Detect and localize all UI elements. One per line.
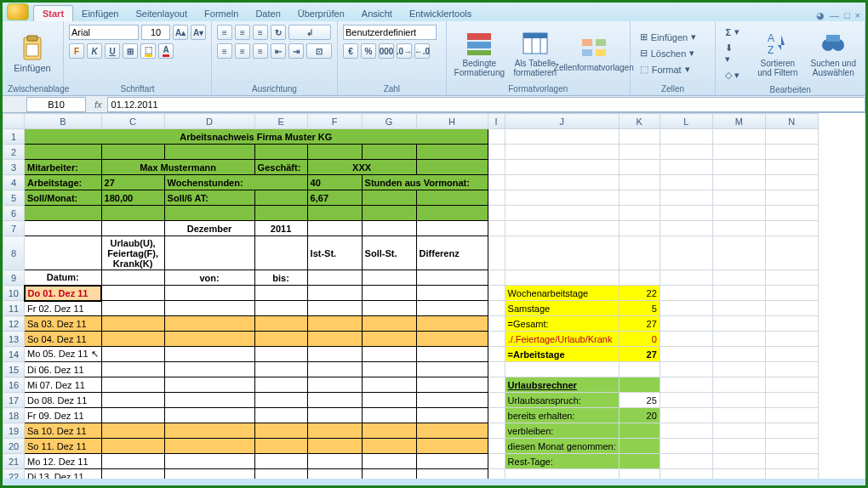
tab-seitenlayout[interactable]: Seitenlayout (128, 6, 197, 21)
col-header-M[interactable]: M (712, 114, 765, 129)
col-header-L[interactable]: L (660, 114, 712, 129)
close-icon[interactable]: × (855, 10, 860, 21)
svg-rect-4 (467, 42, 491, 48)
inc-decimal-icon[interactable]: .0→ (397, 43, 412, 59)
col-header-J[interactable]: J (505, 114, 619, 129)
tab-ansicht[interactable]: Ansicht (353, 6, 401, 21)
indent-dec-icon[interactable]: ⇤ (271, 43, 286, 59)
percent-icon[interactable]: % (361, 43, 376, 59)
bold-button[interactable]: F (69, 43, 84, 59)
side-val-4: 27 (619, 347, 660, 362)
tab-start[interactable]: Start (33, 5, 73, 21)
paste-button[interactable]: Einfügen (8, 26, 57, 82)
side-label-1: Samstage (505, 301, 619, 316)
fill-button[interactable]: ⬇ ▾ (721, 41, 745, 66)
align-middle-icon[interactable]: ≡ (235, 25, 250, 40)
cond-format-icon (465, 30, 493, 57)
clipboard-icon (19, 34, 46, 61)
side-val-10 (619, 439, 660, 454)
shrink-font-icon[interactable]: A▾ (191, 25, 206, 40)
format-cells-button[interactable]: ⬚Format ▾ (636, 62, 700, 77)
svg-rect-2 (26, 44, 38, 56)
group-clipboard: Zwischenablage (8, 82, 58, 94)
svg-rect-5 (467, 50, 491, 55)
side-label-8: bereits erhalten: (505, 408, 619, 423)
svg-rect-13 (596, 49, 606, 56)
format-as-table-button[interactable]: Als Tabelle formatieren (511, 26, 560, 82)
tab-formeln[interactable]: Formeln (196, 6, 247, 21)
cellstyles-label: Zellenformatvorlagen (554, 63, 634, 72)
currency-icon[interactable]: € (343, 43, 358, 59)
formula-input[interactable] (107, 97, 865, 112)
tab-entwicklertools[interactable]: Entwicklertools (401, 6, 480, 21)
orientation-icon[interactable]: ↻ (271, 25, 286, 40)
italic-button[interactable]: K (87, 43, 102, 59)
font-name-input[interactable] (69, 25, 139, 40)
align-left-icon[interactable]: ≡ (217, 43, 232, 59)
font-size-input[interactable] (141, 25, 170, 40)
astable-label: Als Tabelle formatieren (511, 59, 559, 77)
col-header-D[interactable]: D (164, 114, 254, 129)
align-bottom-icon[interactable]: ≡ (253, 25, 268, 40)
col-header-I[interactable]: I (488, 114, 505, 129)
formula-bar: fx (3, 96, 865, 113)
fill-color-button[interactable]: ⬚ (140, 43, 156, 59)
col-header-E[interactable]: E (254, 114, 307, 129)
group-cells: Zellen (636, 82, 711, 94)
cell-styles-button[interactable]: Zellenformatvorlagen (563, 26, 625, 82)
svg-rect-18 (826, 35, 840, 42)
conditional-formatting-button[interactable]: Bedingte Formatierung (452, 26, 507, 82)
side-label-7: Urlaubsanspruch: (505, 393, 619, 408)
number-format-select[interactable] (343, 25, 437, 40)
merge-button[interactable]: ⊡ (306, 43, 332, 59)
worksheet[interactable]: BCDEFGHIJKLMN1Arbeitsnachweis Firma Must… (3, 113, 865, 479)
tab-einfuegen[interactable]: Einfügen (73, 6, 127, 21)
fx-icon[interactable]: fx (89, 99, 107, 110)
cond-label: Bedingte Formatierung (453, 59, 506, 77)
border-button[interactable]: ⊞ (123, 43, 138, 59)
dec-decimal-icon[interactable]: ←.0 (414, 43, 430, 59)
group-align: Ausrichtung (217, 82, 332, 94)
tab-daten[interactable]: Daten (247, 6, 288, 21)
group-edit: Bearbeiten (721, 82, 859, 94)
sort-filter-button[interactable]: AZ Sortieren und Filtern (751, 26, 803, 82)
comma-icon[interactable]: 000 (379, 43, 394, 59)
col-header-C[interactable]: C (101, 114, 164, 129)
tab-ueberpruefen[interactable]: Überprüfen (289, 6, 353, 21)
sort-icon: AZ (764, 30, 791, 57)
col-header-K[interactable]: K (619, 114, 660, 129)
col-header-F[interactable]: F (307, 114, 362, 129)
col-header-G[interactable]: G (362, 114, 416, 129)
find-select-button[interactable]: Suchen und Auswählen (808, 26, 859, 82)
title-cell[interactable]: Arbeitsnachweis Firma Muster KG (25, 129, 488, 145)
align-top-icon[interactable]: ≡ (217, 25, 232, 40)
side-label-0: Wochenarbeitstage (505, 286, 619, 301)
svg-rect-7 (523, 33, 547, 38)
font-color-button[interactable]: A (158, 43, 174, 59)
side-val-1: 5 (619, 301, 660, 316)
office-button[interactable] (7, 3, 29, 20)
ribbon-tabs: Start Einfügen Seitenlayout Formeln Date… (3, 3, 865, 21)
name-box[interactable] (26, 97, 86, 112)
col-header-N[interactable]: N (765, 114, 818, 129)
grow-font-icon[interactable]: A▴ (173, 25, 188, 40)
side-label-2: =Gesamt: (505, 316, 619, 332)
col-header-H[interactable]: H (416, 114, 488, 129)
insert-cells-button[interactable]: ⊞Einfügen ▾ (636, 30, 700, 44)
minimize-icon[interactable]: — (830, 10, 839, 21)
clear-button[interactable]: ◇ ▾ (721, 68, 745, 82)
svg-rect-1 (27, 36, 37, 41)
col-header-B[interactable]: B (25, 114, 102, 129)
indent-inc-icon[interactable]: ⇥ (288, 43, 304, 59)
underline-button[interactable]: U (105, 43, 120, 59)
autosum-button[interactable]: Σ ▾ (721, 25, 745, 39)
align-right-icon[interactable]: ≡ (253, 43, 268, 59)
align-center-icon[interactable]: ≡ (235, 43, 250, 59)
paste-label: Einfügen (14, 63, 50, 73)
delete-cells-button[interactable]: ⊟Löschen ▾ (636, 46, 700, 60)
group-styles: Formatvorlagen (452, 82, 625, 94)
binoculars-icon (819, 30, 847, 57)
help-icon[interactable]: ◕ (816, 10, 825, 21)
maximize-icon[interactable]: □ (844, 10, 850, 21)
wrap-text-button[interactable]: ↲ (288, 25, 331, 40)
